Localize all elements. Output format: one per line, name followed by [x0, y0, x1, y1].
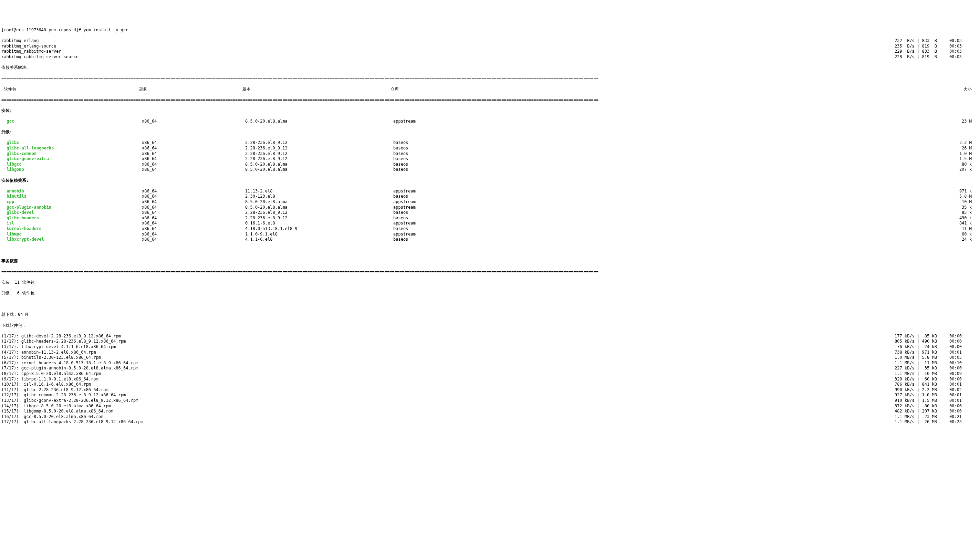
- repo-name: rabbitmq_erlang: [2, 38, 895, 44]
- pkg-size: 85 k: [496, 210, 978, 216]
- package-row: annobinx86_6411.13-2.el8appstream971 k: [2, 189, 978, 194]
- separator: ========================================…: [2, 269, 978, 275]
- header-pkg: 软件包: [2, 87, 139, 92]
- header-repo: 仓库: [390, 87, 494, 92]
- download-row: (1/17): glibc-devel-2.28-236.el8_9.12.x8…: [2, 334, 978, 339]
- header-ver: 版本: [242, 87, 390, 92]
- download-name: (8/17): cpp-8.5.0-20.el8.alma.x86_64.rpm: [2, 371, 895, 377]
- package-row: glibc-all-langpacksx86_642.28-236.el8_9.…: [2, 146, 978, 151]
- pkg-arch: x86_64: [142, 216, 245, 221]
- pkg-size: 841 k: [496, 221, 978, 226]
- download-row: (3/17): libxcrypt-devel-4.1.1-6.el8.x86_…: [2, 344, 978, 350]
- pkg-name: glibc-devel: [4, 210, 142, 216]
- download-row: (6/17): kernel-headers-4.18.0-513.18.1.e…: [2, 361, 978, 366]
- pkg-repo: baseos: [393, 210, 496, 216]
- pkg-version: 8.5.0-20.el8.alma: [245, 199, 393, 205]
- pkg-arch: x86_64: [142, 194, 245, 199]
- summary-total: 总下载：84 M: [2, 312, 978, 317]
- download-row: (8/17): cpp-8.5.0-20.el8.alma.x86_64.rpm…: [2, 371, 978, 377]
- pkg-repo: baseos: [393, 216, 496, 221]
- summary-downloading: 下载软件包：: [2, 323, 978, 328]
- package-row: glibc-headersx86_642.28-236.el8_9.12base…: [2, 216, 978, 221]
- header-arch: 架构: [139, 87, 242, 92]
- download-name: (7/17): gcc-plugin-annobin-8.5.0-20.el8.…: [2, 366, 895, 371]
- download-stats: 786 kB/s | 841 kB 00:01: [895, 382, 978, 387]
- pkg-arch: x86_64: [142, 146, 245, 151]
- pkg-repo: baseos: [393, 194, 496, 199]
- pkg-arch: x86_64: [142, 189, 245, 194]
- pkg-arch: x86_64: [142, 199, 245, 205]
- pkg-size: 1.5 M: [496, 156, 978, 162]
- download-name: (11/17): glibc-2.28-236.el8_9.12.x86_64.…: [2, 387, 895, 393]
- download-row: (15/17): libgomp-8.5.0-20.el8.alma.x86_6…: [2, 409, 978, 414]
- pkg-repo: baseos: [393, 237, 496, 242]
- download-stats: 227 kB/s | 35 kB 00:00: [895, 366, 978, 371]
- download-row: (7/17): gcc-plugin-annobin-8.5.0-20.el8.…: [2, 366, 978, 371]
- pkg-size: 1.0 M: [496, 151, 978, 157]
- pkg-version: 2.28-236.el8_9.12: [245, 151, 393, 157]
- download-row: (13/17): glibc-gconv-extra-2.28-236.el8_…: [2, 398, 978, 404]
- pkg-repo: appstream: [393, 119, 496, 124]
- pkg-name: libgcc: [4, 162, 142, 167]
- pkg-repo: baseos: [393, 162, 496, 167]
- blank-line: [2, 301, 978, 307]
- download-stats: 1.1 MB/s | 23 MB 00:21: [895, 414, 978, 420]
- pkg-size: 26 M: [496, 146, 978, 151]
- download-name: (12/17): glibc-common-2.28-236.el8_9.12.…: [2, 393, 895, 398]
- pkg-size: 80 k: [496, 162, 978, 167]
- download-name: (9/17): libmpc-1.1.0-9.1.el8.x86_64.rpm: [2, 377, 895, 382]
- pkg-version: 2.28-236.el8_9.12: [245, 156, 393, 162]
- pkg-size: 10 M: [496, 199, 978, 205]
- prompt-line: [root@ecs-11973640 yum.repos.d]# yum ins…: [2, 27, 978, 33]
- download-name: (13/17): glibc-gconv-extra-2.28-236.el8_…: [2, 398, 895, 404]
- repo-name: rabbitmq_rabbitmq-server-source: [2, 54, 895, 60]
- pkg-repo: appstream: [393, 199, 496, 205]
- download-name: (4/17): annobin-11.13-2.el8.x86_64.rpm: [2, 350, 895, 355]
- pkg-version: 2.28-236.el8_9.12: [245, 210, 393, 216]
- download-stats: 1.1 MB/s | 26 MB 00:23: [895, 419, 978, 425]
- blank-line: [2, 248, 978, 253]
- pkg-size: 5.8 M: [496, 194, 978, 199]
- package-row: cppx86_648.5.0-20.el8.almaappstream10 M: [2, 199, 978, 205]
- pkg-arch: x86_64: [142, 156, 245, 162]
- pkg-version: 2.30-123.el8: [245, 194, 393, 199]
- pkg-version: 8.5.0-20.el8.alma: [245, 119, 393, 124]
- download-row: (5/17): binutils-2.30-123.el8.x86_64.rpm…: [2, 355, 978, 361]
- pkg-version: 11.13-2.el8: [245, 189, 393, 194]
- pkg-name: glibc-all-langpacks: [4, 146, 142, 151]
- download-name: (1/17): glibc-devel-2.28-236.el8_9.12.x8…: [2, 334, 895, 339]
- pkg-version: 2.28-236.el8_9.12: [245, 140, 393, 146]
- package-row: gcc-plugin-annobinx86_648.5.0-20.el8.alm…: [2, 205, 978, 210]
- package-row: binutilsx86_642.30-123.el8baseos5.8 M: [2, 194, 978, 199]
- pkg-name: libxcrypt-devel: [4, 237, 142, 242]
- download-stats: 177 kB/s | 85 kB 00:00: [895, 334, 978, 339]
- pkg-repo: baseos: [393, 140, 496, 146]
- pkg-repo: baseos: [393, 226, 496, 232]
- repo-stats: 229 B/s | 833 B 00:03: [895, 49, 978, 54]
- pkg-repo: baseos: [393, 146, 496, 151]
- repo-name: rabbitmq_erlang-source: [2, 44, 895, 49]
- repo-stats: 235 B/s | 819 B 00:03: [895, 44, 978, 49]
- pkg-name: isl: [4, 221, 142, 226]
- package-row: libxcrypt-develx86_644.1.1-6.el8baseos24…: [2, 237, 978, 242]
- download-name: (16/17): gcc-8.5.0-20.el8.alma.x86_64.rp…: [2, 414, 895, 420]
- pkg-name: libmpc: [4, 232, 142, 237]
- download-stats: 1.1 MB/s | 10 MB 00:09: [895, 371, 978, 377]
- pkg-size: 2.2 M: [496, 140, 978, 146]
- pkg-arch: x86_64: [142, 226, 245, 232]
- pkg-size: 24 k: [496, 237, 978, 242]
- pkg-size: 60 k: [496, 232, 978, 237]
- pkg-version: 4.18.0-513.18.1.el8_9: [245, 226, 393, 232]
- download-stats: 990 kB/s | 2.2 MB 00:02: [895, 387, 978, 393]
- repo-stats: 232 B/s | 833 B 00:03: [895, 38, 978, 44]
- pkg-arch: x86_64: [142, 162, 245, 167]
- package-row: libmpcx86_641.1.0-9.1.el8appstream60 k: [2, 232, 978, 237]
- pkg-repo: appstream: [393, 221, 496, 226]
- download-stats: 372 kB/s | 80 kB 00:00: [895, 404, 978, 409]
- terminal-output[interactable]: [root@ecs-11973640 yum.repos.d]# yum ins…: [2, 22, 978, 430]
- section-upgrade: 升级:: [2, 129, 978, 135]
- download-name: (17/17): glibc-all-langpacks-2.28-236.el…: [2, 419, 895, 425]
- download-stats: 927 kB/s | 1.0 MB 00:01: [895, 393, 978, 398]
- table-header: 软件包架构版本仓库大小: [2, 87, 978, 92]
- package-row: libgccx86_648.5.0-20.el8.almabaseos80 k: [2, 162, 978, 167]
